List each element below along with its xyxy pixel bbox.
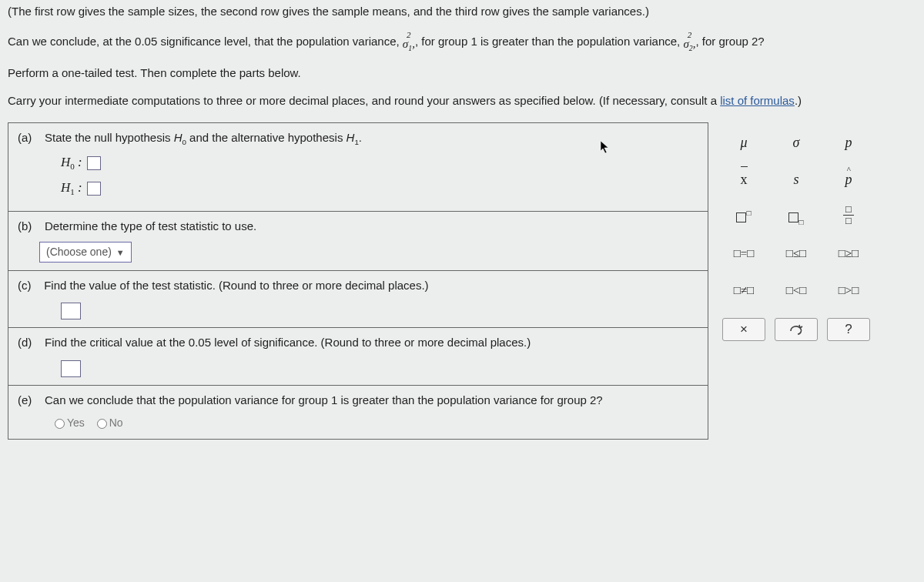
symbol-ne[interactable]: □≠□: [722, 282, 765, 299]
part-b: (b) Determine the type of test statistic…: [8, 212, 708, 271]
h1-row: H1 :: [61, 178, 698, 199]
h0-input[interactable]: [87, 156, 101, 170]
part-a-label: (a): [18, 131, 32, 144]
h1-input[interactable]: [87, 182, 101, 196]
symbol-exponent[interactable]: □: [722, 206, 765, 227]
part-b-label: (b): [18, 219, 32, 232]
help-button[interactable]: ?: [827, 318, 870, 341]
critical-value-input[interactable]: [61, 360, 81, 377]
symbol-phat[interactable]: ^p: [827, 169, 870, 190]
symbol-xbar[interactable]: x: [722, 169, 765, 190]
part-d-text: Find the critical value at the 0.05 leve…: [45, 336, 531, 349]
symbol-equals[interactable]: □=□: [722, 245, 765, 263]
no-option[interactable]: No: [97, 416, 123, 429]
intro-row-note: (The first row gives the sample sizes, t…: [8, 3, 916, 21]
symbol-gt[interactable]: □>□: [827, 282, 870, 299]
part-d-label: (d): [18, 336, 32, 349]
symbol-sigma[interactable]: σ: [775, 132, 818, 153]
part-c-label: (c): [18, 279, 32, 292]
undo-icon: [788, 323, 804, 336]
part-e-text: Can we conclude that the population vari…: [45, 393, 603, 406]
part-e: (e) Can we conclude that the population …: [8, 386, 708, 440]
symbol-subscript[interactable]: □: [775, 206, 818, 228]
test-statistic-dropdown[interactable]: (Choose one) ▼: [39, 242, 132, 263]
symbol-lt[interactable]: □<□: [775, 282, 818, 299]
part-b-text: Determine the type of test statistic to …: [45, 219, 256, 232]
part-c: (c) Find the value of the test statistic…: [8, 271, 708, 329]
part-c-text: Find the value of the test statistic. (R…: [44, 279, 428, 292]
h0-row: H0 :: [61, 152, 698, 173]
symbol-palette: μ σ p x s ^p □ □ □□ □=□ □≤□ □≥□ □≠□ □<□ …: [722, 122, 899, 341]
no-radio[interactable]: [97, 419, 107, 429]
symbol-ge[interactable]: □≥□: [827, 245, 870, 263]
yes-radio[interactable]: [55, 419, 65, 429]
test-statistic-input[interactable]: [61, 303, 81, 319]
part-d: (d) Find the critical value at the 0.05 …: [8, 328, 708, 386]
symbol-le[interactable]: □≤□: [775, 245, 818, 263]
intro-question: Can we conclude, at the 0.05 significanc…: [8, 32, 916, 54]
undo-button[interactable]: [775, 318, 818, 341]
chevron-down-icon: ▼: [116, 248, 125, 257]
symbol-p[interactable]: p: [827, 132, 870, 153]
answer-panel: (a) State the null hypothesis H0 and the…: [8, 122, 708, 440]
symbol-mu[interactable]: μ: [722, 132, 765, 153]
part-a-text: State the null hypothesis H0 and the alt…: [45, 131, 362, 144]
symbol-fraction[interactable]: □□: [827, 204, 870, 230]
symbol-s[interactable]: s: [775, 169, 818, 190]
intro-rounding: Carry your intermediate computations to …: [8, 92, 916, 110]
intro-instruction: Perform a one-tailed test. Then complete…: [8, 65, 916, 82]
clear-button[interactable]: ×: [722, 318, 765, 341]
formulas-link[interactable]: list of formulas: [720, 94, 795, 107]
yes-option[interactable]: Yes: [55, 416, 85, 429]
part-e-label: (e): [18, 393, 32, 406]
part-a: (a) State the null hypothesis H0 and the…: [8, 123, 708, 212]
